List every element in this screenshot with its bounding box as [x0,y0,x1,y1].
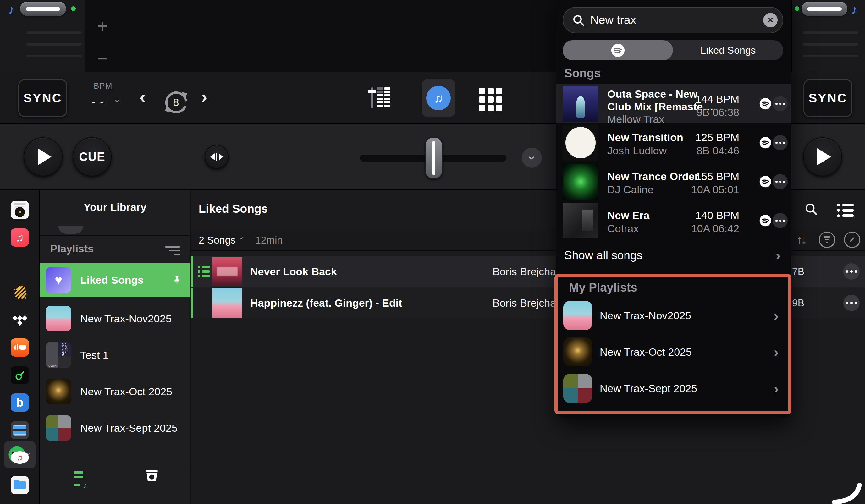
search-result-row[interactable]: Outa Space - New Club Mix [Remaste… Mell… [556,84,792,123]
heart-icon: ♥ [46,267,71,293]
more-button[interactable] [843,295,860,311]
album-art [563,125,598,161]
close-icon: ✕ [767,16,774,24]
song-title: New Era [607,209,649,222]
sidebar-item-files[interactable] [11,476,29,494]
search-input[interactable] [590,8,748,33]
playlist-art [46,379,71,405]
bpm-label: BPM [94,81,112,91]
deck-right-placeholder-line [803,43,858,46]
active-row-indicator [191,288,193,318]
sidebar-item-vinyl-library[interactable] [11,201,29,219]
soundcloud-icon [11,338,29,356]
table-view-options-button[interactable] [837,203,854,220]
sidebar-item-apple-music[interactable]: ♫ [11,228,29,247]
deck-right-placeholder-line [803,32,858,34]
library-view-button[interactable]: ♫ [422,79,455,117]
search-overlay: ✕ Liked Songs Songs Outa Space - New Clu… [556,0,792,418]
more-button[interactable] [773,96,788,111]
album-art [563,164,598,200]
sync-left-button[interactable]: SYNC [18,79,67,117]
video-icon [11,421,29,439]
more-button[interactable] [773,174,788,189]
song-title: Happinezz (feat. Ginger) - Edit [250,287,402,319]
pads-view-button[interactable] [479,88,502,111]
play-left-button[interactable] [24,137,62,176]
filter-button[interactable] [819,232,835,248]
bpm-value[interactable]: - - [92,95,104,109]
loop-previous-button[interactable]: ‹ [140,86,146,107]
crossfade-mode-button[interactable] [205,145,229,169]
apple-music-icon: ♫ [11,228,29,247]
mixer-view-button[interactable] [371,87,390,108]
playlist-label: New Trax-Nov2025 [80,301,172,337]
sidebar-item-video[interactable] [11,421,29,439]
search-result-row[interactable]: New Era Cotrax 140 BPM 10A 06:42 [556,201,792,240]
playlist-row[interactable]: New Trax-Oct 2025 [40,373,190,410]
cue-left-button[interactable]: CUE [73,137,112,176]
sidebar-item-tidal[interactable] [11,311,29,329]
play-right-button[interactable] [803,137,842,176]
sort-order-button[interactable]: ↑↓ [797,233,806,246]
waveform-zoom-out-button[interactable]: − [93,48,112,69]
song-key-time: 8B 04:46 [682,144,739,157]
playlist-label: Liked Songs [80,263,143,297]
search-field[interactable]: ✕ [563,7,783,33]
show-all-songs-row[interactable]: Show all songs › [556,242,792,270]
playlist-label: New Trax-Sept 2025 [600,370,697,407]
loop-next-button[interactable]: › [201,86,207,107]
deck-right-status-dot [795,6,799,11]
search-result-row[interactable]: New Trance Order DJ Caline 155 BPM 10A 0… [556,162,792,201]
overlay-playlist-row[interactable]: New Trax-Sept 2025 › [556,370,792,407]
overlay-playlist-row[interactable]: New Trax-Nov2025 › [556,297,792,334]
play-icon [817,148,831,165]
chevron-down-icon: › [525,156,539,160]
playlist-row[interactable]: New Trax-Sept 2025 [40,410,190,446]
more-button[interactable] [773,213,788,228]
song-count[interactable]: 2 Songs [199,234,235,246]
clear-search-button[interactable]: ✕ [763,13,777,27]
playlist-art [563,338,592,366]
playlist-row-liked-songs[interactable]: ♥ Liked Songs [40,263,190,297]
deck-left-music-note-icon: ♪ [8,2,14,17]
deck-right-track-info: ♪ [792,0,865,72]
more-button[interactable] [773,135,788,150]
playlist-sort-button[interactable] [162,244,180,255]
sidebar-item-beatsource[interactable]: b [11,394,29,412]
tab-liked-songs[interactable]: Liked Songs [673,40,783,60]
deck-left-status-dot [71,6,76,11]
deck-left-title-bar [26,7,60,11]
crossfader-handle[interactable] [425,137,442,179]
table-search-button[interactable] [804,202,818,216]
sidebar-item-music-note[interactable]: ♫ [11,448,29,467]
song-bpm: 155 BPM [682,170,739,183]
waveform-area: + − [85,0,556,72]
new-playlist-button[interactable]: ♪ [74,471,87,492]
sidebar-item-soundcloud[interactable] [11,338,29,356]
playlist-label: New Trax-Nov2025 [600,297,691,334]
left-right-arrows-icon [210,153,223,161]
playlist-label: New Trax-Oct 2025 [600,334,692,370]
playlist-art [46,306,71,331]
sidebar-item-beatport[interactable] [11,366,29,384]
queue-icon [198,266,210,279]
play-icon [38,148,51,165]
crate-button[interactable] [143,468,160,484]
collapse-controls-button[interactable]: › [522,148,542,168]
album-art [212,257,242,286]
overlay-playlist-row[interactable]: New Trax-Oct 2025 › [556,334,792,370]
deck-left-placeholder-line [26,32,82,34]
tab-spotify-selected[interactable] [563,40,673,60]
sync-right-button[interactable]: SYNC [804,79,852,117]
deck-right-title-bar [807,7,842,11]
playlist-row[interactable]: New Trax-Nov2025 [40,301,190,337]
more-button[interactable] [843,263,860,280]
loop-button[interactable]: 8 [160,86,192,118]
search-result-row[interactable]: New Transition Josh Ludlow 125 BPM 8B 04… [556,123,792,162]
bpm-chevron-down-icon: › [112,99,124,103]
playlist-row[interactable]: LOCAL SUICIDE HOUDINI Test 1 [40,337,190,373]
sidebar-item-stripes-service[interactable] [11,283,29,302]
waveform-zoom-in-button[interactable]: + [93,15,112,37]
song-key: 9B [792,287,804,319]
edit-button[interactable] [844,232,860,248]
